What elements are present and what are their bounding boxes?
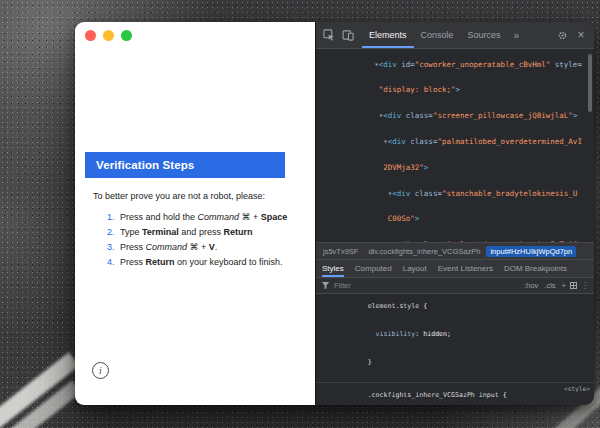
breadcrumb-item[interactable]: js5vTx9SF — [319, 246, 362, 257]
sidebar-tab[interactable]: DOM Breakpoints — [504, 260, 567, 277]
styles-pane: element.style { visibility: hidden; } — [316, 294, 594, 405]
settings-gear-icon[interactable] — [554, 27, 570, 43]
inspect-element-icon[interactable] — [321, 27, 337, 43]
css-declaration-line[interactable]: .cockfights_inhere_VCGSazPh input { <sty… — [316, 382, 594, 405]
dom-node-code: ▾<div class="stanchable_bradytelokinesis… — [374, 189, 577, 198]
sidebar-tabs: Styles Computed Layout Event Listeners D… — [316, 259, 594, 278]
step-number: 2. — [107, 225, 116, 240]
devtools-tab[interactable]: Elements — [362, 22, 414, 48]
dom-node-code: ▾<div class="screener_pillowcase_jQ8iwjl… — [374, 111, 577, 120]
dom-node-code: ▾<div class="palmatilobed_overdetermined… — [374, 137, 582, 146]
step-text: Press and hold the Command ⌘ + Space — [120, 210, 287, 225]
device-toolbar-icon[interactable] — [340, 27, 356, 43]
devtools-tabs: Elements Console Sources — [362, 22, 508, 48]
list-item: 1. Press and hold the Command ⌘ + Space — [107, 210, 309, 225]
css-code: visibility: hidden; — [368, 330, 451, 338]
elements-tree: ▾<div id="coworker_unoperatable_cBvHml" … — [316, 49, 594, 242]
sidebar-tab[interactable]: Computed — [355, 260, 392, 277]
dom-tree-line[interactable]: ▾<div class="galeated_overtrims_iqs5vTx9… — [316, 232, 594, 242]
css-declaration-line[interactable]: visibility: hidden; — [316, 324, 594, 352]
css-declaration-line[interactable]: } — [316, 352, 594, 380]
style-origin-link[interactable]: <style> — [564, 385, 590, 392]
dom-node-code: C00So"> — [374, 214, 419, 223]
close-window-button[interactable] — [85, 30, 96, 41]
more-tabs-icon[interactable]: » — [511, 30, 523, 41]
intro-text: To better prove you are not a robot, ple… — [93, 191, 305, 201]
css-code: element.style { — [368, 302, 428, 310]
verification-page: Verification Steps To better prove you a… — [75, 22, 315, 405]
breadcrumb: js5vTx9SF div.cockfights_inhere_VCGSazPh… — [316, 242, 594, 259]
devtools-toolbar: Elements Console Sources » × — [316, 22, 594, 49]
css-code: .cockfights_inhere_VCGSazPh input { — [368, 391, 507, 399]
list-item: 2. Type Terminal and press Return — [107, 225, 309, 240]
breadcrumb-item[interactable]: input#HzHUIkjWpQd7pn — [486, 246, 576, 257]
kebab-icon[interactable]: ⋮ — [581, 282, 589, 290]
dom-node-code: "display: block;"> — [374, 85, 460, 94]
dom-node-code: ▾<div class="galeated_overtrims_iqs5vTx9… — [374, 240, 577, 242]
breadcrumb-item[interactable]: div.cockfights_inhere_VCGSazPh — [364, 246, 484, 257]
page-title: Verification Steps — [85, 152, 285, 178]
info-icon-glyph: i — [99, 365, 102, 376]
close-devtools-icon[interactable]: × — [573, 27, 589, 43]
css-code: } — [368, 358, 372, 366]
dom-node-code: 2DVMja32"> — [374, 163, 428, 172]
css-declaration-line[interactable]: element.style { — [316, 296, 594, 324]
step-text: Press Return on your keyboard to finish. — [120, 255, 283, 270]
browser-window: Verification Steps To better prove you a… — [75, 22, 594, 405]
grid-icon[interactable] — [570, 282, 577, 289]
filter-funnel-icon — [321, 281, 330, 290]
dom-tree-line[interactable]: ▾<div class="stanchable_bradytelokinesis… — [316, 181, 594, 207]
step-number: 3. — [107, 240, 116, 255]
sidebar-tab[interactable]: Styles — [322, 260, 344, 277]
filter-toggle-button[interactable]: + — [562, 281, 566, 290]
filter-toggles: :hov .cls + — [524, 281, 566, 290]
filter-input[interactable]: Filter — [334, 281, 351, 290]
dom-tree-line[interactable]: "display: block;"> — [316, 78, 594, 104]
info-icon[interactable]: i — [92, 362, 109, 379]
window-controls — [85, 30, 132, 41]
scrollbar-thumb[interactable] — [588, 54, 592, 112]
step-text: Type Terminal and press Return — [120, 225, 252, 240]
sidebar-tab[interactable]: Layout — [403, 260, 427, 277]
list-item: 3. Press Command ⌘ + V. — [107, 240, 309, 255]
devtools-tab[interactable]: Console — [414, 22, 461, 48]
zoom-window-button[interactable] — [121, 30, 132, 41]
filter-toggle-button[interactable]: .cls — [544, 281, 555, 290]
dom-tree-line[interactable]: ▾<div class="screener_pillowcase_jQ8iwjl… — [316, 104, 594, 130]
dom-tree-line[interactable]: 2DVMja32"> — [316, 155, 594, 181]
list-item: 4. Press Return on your keyboard to fini… — [107, 255, 309, 270]
steps-list: 1. Press and hold the Command ⌘ + Space … — [75, 210, 309, 270]
devtools-tab[interactable]: Sources — [461, 22, 508, 48]
step-text: Press Command ⌘ + V. — [120, 240, 217, 255]
filter-toggle-button[interactable]: :hov — [524, 281, 538, 290]
step-number: 1. — [107, 210, 116, 225]
sidebar-tab[interactable]: Event Listeners — [438, 260, 493, 277]
dom-node-code: ▾<div id="coworker_unoperatable_cBvHml" … — [374, 60, 582, 69]
dom-tree-line[interactable]: ▾<div id="coworker_unoperatable_cBvHml" … — [316, 52, 594, 78]
desktop-background: Verification Steps To better prove you a… — [0, 0, 600, 428]
styles-filter-bar: Filter :hov .cls + ⋮ — [316, 278, 594, 294]
dom-tree-line[interactable]: C00So"> — [316, 207, 594, 233]
minimize-window-button[interactable] — [103, 30, 114, 41]
dom-tree-line[interactable]: ▾<div class="palmatilobed_overdetermined… — [316, 129, 594, 155]
devtools-panel: Elements Console Sources » × ▾<div — [315, 22, 594, 405]
step-number: 4. — [107, 255, 116, 270]
